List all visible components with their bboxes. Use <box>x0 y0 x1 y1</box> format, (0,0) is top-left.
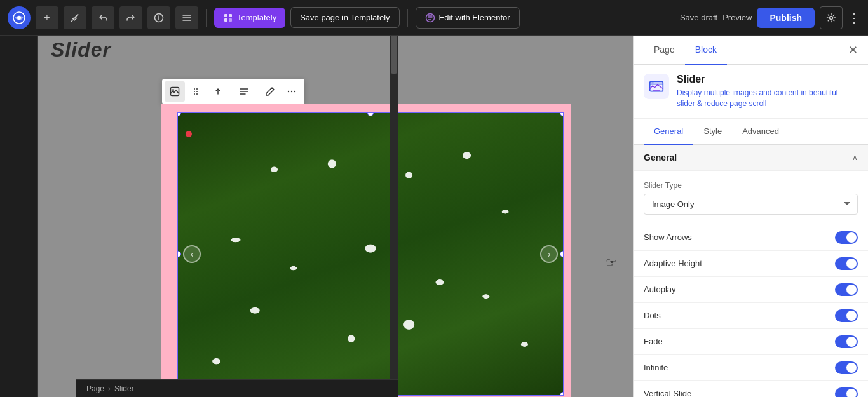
toolbar-separator2 <box>257 81 257 97</box>
breadcrumb-bar: Page › Slider <box>76 379 398 397</box>
add-button[interactable]: + <box>36 6 58 29</box>
svg-point-14 <box>196 91 198 92</box>
undo-button[interactable] <box>92 6 114 29</box>
publish-button[interactable]: Publish <box>757 8 815 28</box>
svg-point-13 <box>194 91 195 92</box>
subtab-advanced[interactable]: Advanced <box>732 119 789 145</box>
block-edit-button[interactable] <box>260 81 280 102</box>
infinite-toggle[interactable] <box>835 361 858 374</box>
settings-button[interactable] <box>820 6 843 29</box>
resize-handle-tr[interactable] <box>560 112 564 116</box>
separator2 <box>407 9 408 27</box>
panel-close-button[interactable]: ✕ <box>848 43 858 57</box>
svg-point-10 <box>172 89 174 91</box>
preview-button[interactable]: Preview <box>722 13 752 22</box>
show-arrows-toggle[interactable] <box>835 231 858 244</box>
block-details: Slider Display multiple images and conte… <box>677 74 858 109</box>
svg-rect-4 <box>229 14 232 17</box>
block-icon <box>644 74 669 99</box>
svg-point-21 <box>651 83 653 84</box>
toggle-fade: Fade <box>634 329 868 355</box>
tools-button[interactable] <box>64 6 86 29</box>
wp-logo[interactable] <box>8 6 31 29</box>
list-button[interactable] <box>175 6 198 29</box>
tab-block[interactable]: Block <box>685 36 727 65</box>
slider-type-label: Slider Type <box>644 181 858 190</box>
scrollbar-thumb[interactable] <box>391 36 397 74</box>
tab-page[interactable]: Page <box>644 36 685 65</box>
block-drag-button[interactable] <box>186 81 207 102</box>
fade-label: Fade <box>644 337 663 346</box>
svg-point-1 <box>17 16 21 20</box>
adaptive-height-toggle[interactable] <box>835 257 858 270</box>
resize-handle-mr[interactable] <box>560 251 564 257</box>
svg-point-11 <box>194 88 195 90</box>
block-more-button[interactable] <box>281 81 302 102</box>
section-chevron-icon: ∧ <box>852 153 858 162</box>
slider-block[interactable]: ‹ › <box>177 112 564 396</box>
autoplay-toggle[interactable] <box>835 283 858 296</box>
svg-point-16 <box>196 93 198 95</box>
svg-rect-3 <box>224 14 227 17</box>
show-arrows-label: Show Arrows <box>644 232 692 242</box>
slider-arrow-right[interactable]: › <box>540 245 558 263</box>
fade-toggle[interactable] <box>835 335 858 348</box>
toggle-autoplay: Autoplay <box>634 277 868 303</box>
toggle-adaptive-height: Adaptive Height <box>634 251 868 277</box>
left-sidebar <box>0 36 38 397</box>
save-draft-button[interactable]: Save draft <box>680 13 717 22</box>
block-align-button[interactable] <box>234 81 254 102</box>
templately-button[interactable]: Templately <box>214 8 285 28</box>
redo-button[interactable] <box>119 6 142 29</box>
section-body-general: Slider Type Image Only Content Slider Ca… <box>634 171 868 225</box>
breadcrumb-page[interactable]: Page <box>86 384 104 393</box>
top-toolbar: + Templately Save page in Templately Edi… <box>0 0 868 36</box>
breadcrumb-separator: › <box>108 384 111 393</box>
svg-point-8 <box>830 16 833 19</box>
slider-arrow-left[interactable]: ‹ <box>183 245 201 263</box>
svg-point-17 <box>288 91 289 92</box>
block-image-button[interactable] <box>165 81 185 102</box>
section-header-general[interactable]: General ∧ <box>634 145 868 171</box>
slider-type-select[interactable]: Image Only Content Slider Card Slider <box>644 194 858 215</box>
svg-point-15 <box>194 93 195 95</box>
sub-tabs: General Style Advanced <box>634 119 868 145</box>
toolbar-separator <box>231 81 231 97</box>
svg-point-22 <box>653 83 654 84</box>
vertical-slide-toggle[interactable] <box>835 387 858 397</box>
slider-image <box>178 113 563 395</box>
slider-indicator-dot <box>186 131 192 137</box>
subtab-general[interactable]: General <box>644 119 693 145</box>
block-info: Slider Display multiple images and conte… <box>634 65 868 119</box>
toggle-dots: Dots <box>634 303 868 329</box>
dots-toggle[interactable] <box>835 309 858 322</box>
toggle-show-arrows: Show Arrows <box>634 225 868 251</box>
save-page-button[interactable]: Save page in Templately <box>290 7 399 28</box>
vertical-slide-label: Vertical Slide <box>644 389 691 397</box>
info-button[interactable] <box>147 6 170 29</box>
block-toolbar <box>162 79 304 104</box>
svg-point-19 <box>294 91 295 92</box>
vertical-scrollbar[interactable] <box>390 36 398 379</box>
block-name: Slider <box>677 74 858 85</box>
dots-label: Dots <box>644 311 661 320</box>
panel-body: General ∧ Slider Type Image Only Content… <box>634 145 868 397</box>
block-desc: Display multiple images and content in b… <box>677 88 858 109</box>
canvas-area: Slider <box>38 36 633 397</box>
edit-elementor-button[interactable]: Edit with Elementor <box>416 7 520 29</box>
infinite-label: Infinite <box>644 363 668 372</box>
subtab-style[interactable]: Style <box>693 119 732 145</box>
toggle-infinite: Infinite <box>634 355 868 381</box>
page-title: Slider <box>51 38 111 62</box>
block-arrow-button[interactable] <box>208 81 228 102</box>
adaptive-height-label: Adaptive Height <box>644 259 702 268</box>
resize-handle-br[interactable] <box>560 392 564 396</box>
svg-point-12 <box>196 88 198 90</box>
svg-rect-5 <box>224 18 227 22</box>
breadcrumb-current: Slider <box>114 384 134 393</box>
more-options-button[interactable]: ⋮ <box>848 10 860 25</box>
right-panel: Page Block ✕ Slider Display multiple ima… <box>633 36 868 397</box>
autoplay-label: Autoplay <box>644 285 676 294</box>
general-section: General ∧ Slider Type Image Only Content… <box>634 145 868 397</box>
section-title-general: General <box>644 152 677 163</box>
